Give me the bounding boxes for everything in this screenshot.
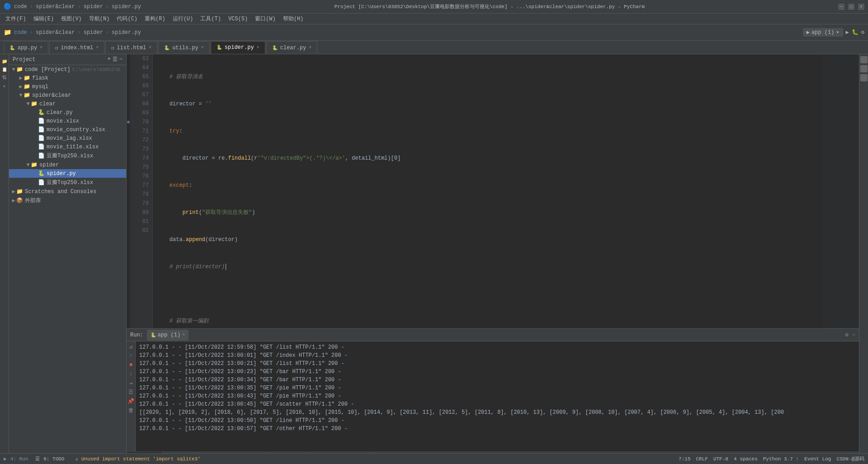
tab-utilspy-close[interactable]: × — [201, 45, 204, 50]
tree-label-movielag: movie_lag.xlsx — [47, 135, 92, 142]
clear-btn[interactable]: 🗑 — [127, 407, 135, 414]
tree-arrow-flask: ▶ — [18, 75, 24, 81]
tab-listhtml[interactable]: ◻ list.html × — [105, 41, 157, 54]
right-icon-1[interactable] — [860, 56, 868, 63]
tab-indexhtml-close[interactable]: × — [96, 45, 99, 50]
breadcrumb-spiderpy[interactable]: spider.py — [112, 29, 141, 36]
structure-icon[interactable]: 🏗 — [1, 74, 8, 81]
step-btn[interactable]: ⇥ — [127, 379, 135, 387]
sidebar-minimize-btn[interactable]: − — [119, 56, 123, 63]
tree-item-doubantop-clear[interactable]: ▶ 📄 豆瓣Top250.xlsx — [9, 151, 126, 161]
sidebar-options-btn[interactable]: ☰ — [113, 56, 118, 63]
tree-item-movielag[interactable]: ▶ 📄 movie_lag.xlsx — [9, 134, 126, 142]
file-icon-moviecountry: 📄 — [38, 126, 45, 133]
tree-item-spider[interactable]: ▼ 📁 spider — [9, 161, 126, 169]
minimize-button[interactable]: − — [838, 4, 844, 10]
toolbar-debug-btn[interactable]: 🐛 — [852, 29, 859, 36]
console-line-8: 127.0.0.1 - - [11/Oct/2022 13:00:45] "GE… — [139, 400, 855, 408]
tree-item-scratches[interactable]: ▶ 📁 Scratches and Consoles — [9, 187, 126, 196]
tree-item-clearpy[interactable]: ▶ 🐍 clear.py — [9, 108, 126, 117]
tab-clearpy[interactable]: 🐍 clear.py × — [266, 41, 318, 54]
menu-tools[interactable]: 工具(T) — [197, 14, 225, 24]
maximize-button[interactable]: □ — [848, 4, 854, 10]
sidebar-header: Project + ☰ − — [9, 54, 126, 65]
tab-clearpy-close[interactable]: × — [309, 45, 311, 50]
tree-item-mysql[interactable]: ▶ 📁 mysql — [9, 82, 126, 91]
code-editor-area[interactable]: 63 64 65 66 67 68 69 70 71 72 73 74 75 7… — [127, 54, 859, 328]
tab-apppy[interactable]: 🐍 app.py × — [4, 41, 48, 54]
toolbar-settings-btn[interactable]: ⚙ — [861, 29, 864, 36]
sidebar-title: Project — [13, 57, 35, 63]
tab-spiderpy-close[interactable]: × — [257, 45, 259, 50]
settings-icon[interactable]: ⚙ — [845, 331, 849, 338]
left-toolstrip: 📁 📋 🏗 ★ — [0, 54, 9, 464]
down-btn[interactable]: ↓ — [127, 370, 135, 378]
tab-apppy-close[interactable]: × — [40, 45, 42, 50]
tab-spiderpy[interactable]: 🐍 spider.py × — [211, 41, 265, 54]
ln-74: 74 — [134, 154, 149, 163]
gutter-76 — [127, 172, 130, 181]
favorites-icon[interactable]: ★ — [1, 82, 8, 90]
minimize-panel-icon[interactable]: − — [852, 332, 855, 338]
console-text-5: 127.0.0.1 - - [11/Oct/2022 13:00:34] "GE… — [139, 376, 341, 384]
gutter-81 — [127, 217, 130, 226]
breadcrumb-spider[interactable]: spider — [84, 29, 103, 36]
tree-item-flask[interactable]: ▶ 📁 flask — [9, 74, 126, 82]
tree-item-doubantop-spider[interactable]: ▶ 📄 豆瓣Top250.xlsx — [9, 178, 126, 187]
console-text-4: 127.0.0.1 - - [11/Oct/2022 13:00:23] "GE… — [139, 368, 341, 376]
tree-item-moviecountry[interactable]: ▶ 📄 movie_country.xlsx — [9, 125, 126, 134]
menu-file[interactable]: 文件(F) — [2, 14, 30, 24]
menu-code[interactable]: 代码(C) — [113, 14, 141, 24]
code-editor: 63 64 65 66 67 68 69 70 71 72 73 74 75 7… — [127, 54, 859, 328]
tab-listhtml-close[interactable]: × — [149, 45, 151, 50]
right-icon-2[interactable] — [860, 65, 868, 72]
breadcrumb-spiderclear[interactable]: spider&clear — [36, 29, 75, 36]
ln-65: 65 — [134, 72, 149, 81]
menu-window[interactable]: 窗口(W) — [251, 14, 279, 24]
list-btn[interactable]: ☰ — [127, 388, 135, 396]
tab-utilspy[interactable]: 🐍 utils.py × — [158, 41, 210, 54]
tree-label-spiderclear: spider&clear — [32, 92, 71, 99]
console-text-6: 127.0.0.1 - - [11/Oct/2022 13:00:35] "GE… — [139, 384, 341, 392]
status-warning[interactable]: ⚠ Unused import statement 'import sqlite… — [75, 456, 200, 462]
stop-btn[interactable]: ■ — [127, 361, 135, 369]
menu-vcs[interactable]: VCS(S) — [225, 14, 251, 24]
tree-item-spiderpy[interactable]: ▶ 🐍 spider.py — [9, 169, 126, 178]
ln-72: 72 — [134, 136, 149, 145]
pin-btn[interactable]: 📌 — [127, 398, 135, 405]
run-config-selector[interactable]: ▶ app (1) ▾ — [803, 28, 843, 37]
status-eventlog[interactable]: Event Log — [804, 456, 831, 462]
rerun-btn[interactable]: ↺ — [127, 343, 135, 350]
commit-icon[interactable]: 📋 — [1, 66, 8, 73]
py-icon-clearpy: 🐍 — [38, 109, 45, 116]
breadcrumb-code[interactable]: code — [14, 29, 27, 36]
todo-status-icon: ☰ — [35, 456, 40, 462]
project-tool-icon[interactable]: 📁 — [1, 58, 8, 65]
tab-indexhtml-icon: ◻ — [55, 45, 58, 51]
menu-navigate[interactable]: 导航(N) — [85, 14, 113, 24]
console-line-11: 127.0.0.1 - - [11/Oct/2022 13:00:57] "GE… — [139, 425, 855, 433]
tree-item-moviexlsx[interactable]: ▶ 📄 movie.xlsx — [9, 117, 126, 125]
tree-item-code[interactable]: ▼ 📁 code [Project] C:\Users\83852\D — [9, 65, 126, 74]
menu-help[interactable]: 帮助(H) — [279, 14, 307, 24]
run-tab-app[interactable]: 🐍 app (1) × — [147, 330, 189, 341]
toolbar-run-btn[interactable]: ▶ — [846, 29, 849, 36]
close-button[interactable]: × — [858, 4, 864, 10]
sidebar-actions: + ☰ − — [108, 56, 123, 63]
run-tab-close[interactable]: × — [182, 332, 185, 337]
tree-item-external[interactable]: ▶ 📦 外部库 — [9, 196, 126, 205]
right-icon-3[interactable] — [860, 74, 868, 81]
tree-item-clear[interactable]: ▼ 📁 clear — [9, 99, 126, 108]
sidebar-add-btn[interactable]: + — [108, 56, 111, 63]
status-python[interactable]: Python 3.7 ↑ — [763, 456, 799, 462]
menu-run[interactable]: 运行(U) — [169, 14, 197, 24]
status-csdn: CSDN·@源码 — [836, 455, 864, 462]
code-content[interactable]: # 获取导演名 director = '' try: director = re… — [153, 54, 823, 328]
tab-indexhtml[interactable]: ◻ index.html × — [49, 41, 104, 54]
menu-view[interactable]: 视图(V) — [57, 14, 85, 24]
up-btn[interactable]: ↑ — [127, 352, 135, 360]
menu-refactor[interactable]: 重构(R) — [141, 14, 169, 24]
tree-item-spiderclear[interactable]: ▼ 📁 spider&clear — [9, 91, 126, 99]
tree-item-movietitle[interactable]: ▶ 📄 movie_title.xlsx — [9, 142, 126, 151]
menu-edit[interactable]: 编辑(E) — [30, 14, 58, 24]
